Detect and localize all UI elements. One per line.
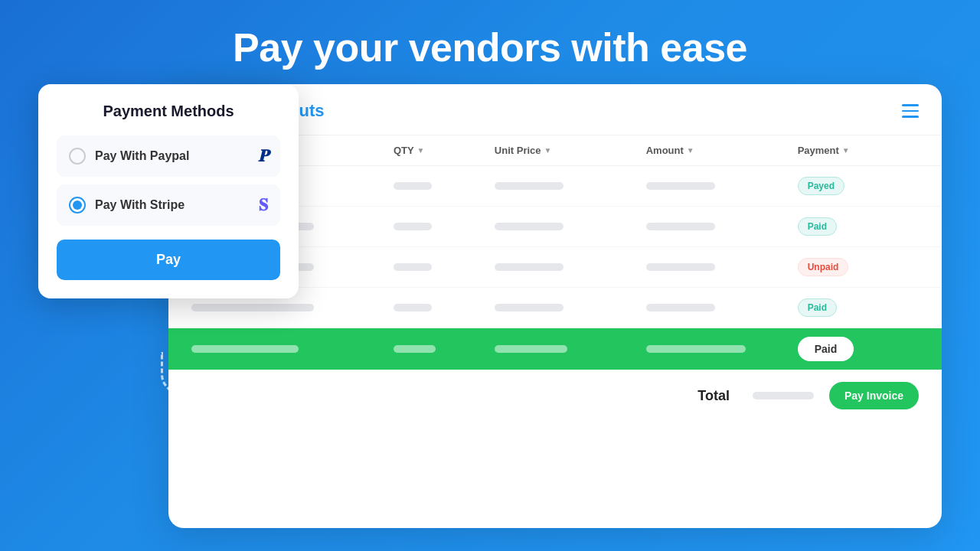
status-badge: Unpaid [798, 258, 849, 276]
hero-title: Pay your vendors with ease [0, 0, 980, 70]
th-payment-arrow: ▼ [842, 146, 850, 155]
th-payment[interactable]: Payment ▼ [798, 145, 919, 156]
pay-button[interactable]: Pay [57, 240, 280, 280]
stripe-option-left: Pay With Stripe [69, 197, 185, 214]
row4-desc [191, 304, 394, 311]
row3-status: Unpaid [798, 258, 919, 276]
row1-status: Payed [798, 177, 919, 195]
row4-qty [394, 304, 495, 311]
stripe-label: Pay With Stripe [95, 198, 185, 212]
row3-qty [394, 263, 495, 271]
row2-status: Paid [798, 217, 919, 236]
row2-qty [394, 223, 495, 230]
row1-qty [394, 182, 495, 190]
th-payment-label: Payment [798, 145, 839, 156]
stripe-icon: 𝐒 [259, 195, 268, 215]
paypal-option[interactable]: Pay With Paypal 𝐏 [57, 135, 280, 177]
status-badge: Paid [798, 217, 837, 236]
status-badge: Paid [798, 298, 837, 317]
th-qty-label: QTY [394, 145, 414, 156]
highlighted-status: Paid [798, 342, 919, 356]
row1-price [495, 182, 646, 190]
highlighted-price [495, 345, 646, 353]
row4-price [495, 304, 646, 311]
payment-methods-card: Payment Methods Pay With Paypal 𝐏 Pay Wi… [38, 84, 299, 298]
dashed-connector-right [850, 474, 911, 520]
menu-icon[interactable] [902, 104, 919, 118]
highlighted-row: Paid [168, 328, 942, 370]
th-unit-price[interactable]: Unit Price ▼ [495, 145, 646, 156]
th-qty[interactable]: QTY ▼ [394, 145, 495, 156]
content-area: Payment Methods Pay With Paypal 𝐏 Pay Wi… [38, 77, 942, 536]
paypal-icon: 𝐏 [258, 146, 268, 166]
menu-line-3 [902, 116, 919, 118]
th-amount-arrow: ▼ [687, 146, 694, 155]
footer-row: Total Pay Invoice [168, 370, 942, 422]
row1-amount [646, 182, 798, 190]
th-unit-price-arrow: ▼ [544, 146, 552, 155]
th-qty-arrow: ▼ [417, 146, 425, 155]
paypal-option-left: Pay With Paypal [69, 148, 189, 165]
menu-line-1 [902, 104, 919, 106]
dashed-connector-left [161, 352, 222, 398]
row3-price [495, 263, 646, 271]
status-badge: Payed [798, 177, 844, 195]
row2-amount [646, 223, 798, 230]
row2-price [495, 223, 646, 230]
pay-invoice-button[interactable]: Pay Invoice [829, 382, 919, 409]
highlighted-qty [394, 345, 495, 353]
row4-amount [646, 304, 798, 311]
row3-amount [646, 263, 798, 271]
stripe-radio[interactable] [69, 197, 86, 214]
row4-status: Paid [798, 298, 919, 317]
payment-methods-title: Payment Methods [57, 103, 280, 120]
th-amount[interactable]: Amount ▼ [646, 145, 798, 156]
paypal-radio[interactable] [69, 148, 86, 165]
menu-line-2 [902, 110, 919, 112]
stripe-option[interactable]: Pay With Stripe 𝐒 [57, 184, 280, 226]
highlighted-status-badge: Paid [798, 337, 854, 361]
paypal-label: Pay With Paypal [95, 149, 189, 163]
footer-amount-skeleton [753, 392, 814, 399]
total-label: Total [697, 388, 730, 404]
th-amount-label: Amount [646, 145, 684, 156]
highlighted-amount [646, 345, 798, 353]
th-unit-price-label: Unit Price [495, 145, 541, 156]
